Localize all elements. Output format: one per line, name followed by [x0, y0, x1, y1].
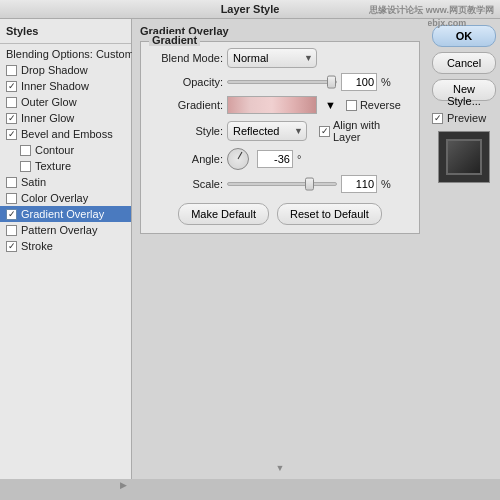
content-area: Gradient Overlay Gradient Blend Mode: No… — [132, 19, 428, 479]
blend-mode-row: Blend Mode: Normal ▼ — [151, 48, 409, 68]
angle-label: Angle: — [151, 153, 223, 165]
inner-shadow-checkbox[interactable] — [6, 81, 17, 92]
angle-input[interactable] — [257, 150, 293, 168]
preview-label: Preview — [447, 112, 486, 124]
angle-row: Angle: ° — [151, 148, 409, 170]
style-value: Reflected — [233, 125, 279, 137]
opacity-row: Opacity: % — [151, 73, 409, 91]
pattern-overlay-label: Pattern Overlay — [21, 224, 97, 236]
contour-label: Contour — [35, 144, 74, 156]
angle-widget[interactable] — [227, 148, 249, 170]
align-label: Align with Layer — [333, 119, 409, 143]
sidebar-item-gradient-overlay[interactable]: Gradient Overlay — [0, 206, 131, 222]
texture-label: Texture — [35, 160, 71, 172]
scale-unit: % — [381, 178, 391, 190]
make-default-button[interactable]: Make Default — [178, 203, 269, 225]
bevel-emboss-label: Bevel and Emboss — [21, 128, 113, 140]
satin-label: Satin — [21, 176, 46, 188]
preview-checkbox[interactable] — [432, 113, 443, 124]
bevel-emboss-checkbox[interactable] — [6, 129, 17, 140]
contour-checkbox[interactable] — [20, 145, 31, 156]
sidebar-item-color-overlay[interactable]: Color Overlay — [0, 190, 131, 206]
sidebar-item-contour[interactable]: Contour — [0, 142, 131, 158]
scale-thumb[interactable] — [305, 178, 314, 191]
stroke-checkbox[interactable] — [6, 241, 17, 252]
right-panel: OK Cancel New Style... Preview — [428, 19, 500, 479]
resize-handle[interactable]: ▶ — [120, 480, 127, 490]
gradient-row: Gradient: ▼ Reverse — [151, 96, 409, 114]
preview-thumbnail — [438, 131, 490, 183]
blending-options-label: Blending Options: Custom — [6, 48, 134, 60]
inner-shadow-label: Inner Shadow — [21, 80, 89, 92]
align-checkbox[interactable] — [319, 126, 330, 137]
blend-mode-label: Blend Mode: — [151, 52, 223, 64]
arrow-icon: ▼ — [325, 99, 336, 111]
opacity-input[interactable] — [341, 73, 377, 91]
resize-indicator: ▼ — [276, 463, 285, 473]
angle-unit: ° — [297, 153, 301, 165]
style-row: Style: Reflected ▼ Align with Layer — [151, 119, 409, 143]
preview-area: Preview — [432, 112, 496, 183]
style-dropdown[interactable]: Reflected ▼ — [227, 121, 307, 141]
button-row: Make Default Reset to Default — [151, 203, 409, 225]
angle-indicator — [238, 152, 243, 159]
gradient-label: Gradient: — [151, 99, 223, 111]
sidebar-item-blending-options[interactable]: Blending Options: Custom — [0, 46, 131, 62]
scale-row: Scale: % — [151, 175, 409, 193]
window-title: Layer Style — [221, 3, 280, 15]
texture-checkbox[interactable] — [20, 161, 31, 172]
blend-mode-value: Normal — [233, 52, 268, 64]
scale-input[interactable] — [341, 175, 377, 193]
opacity-thumb[interactable] — [327, 76, 336, 89]
reverse-label: Reverse — [360, 99, 401, 111]
align-checkbox-label[interactable]: Align with Layer — [319, 119, 409, 143]
cancel-button[interactable]: Cancel — [432, 52, 496, 74]
satin-checkbox[interactable] — [6, 177, 17, 188]
sidebar: Styles Blending Options: Custom Drop Sha… — [0, 19, 132, 479]
sidebar-item-satin[interactable]: Satin — [0, 174, 131, 190]
reverse-checkbox[interactable] — [346, 100, 357, 111]
gradient-overlay-checkbox[interactable] — [6, 209, 17, 220]
color-overlay-checkbox[interactable] — [6, 193, 17, 204]
drop-shadow-label: Drop Shadow — [21, 64, 88, 76]
scale-slider[interactable] — [227, 182, 337, 186]
outer-glow-checkbox[interactable] — [6, 97, 17, 108]
opacity-unit: % — [381, 76, 391, 88]
sidebar-item-texture[interactable]: Texture — [0, 158, 131, 174]
preview-checkbox-label[interactable]: Preview — [432, 112, 496, 124]
inner-glow-checkbox[interactable] — [6, 113, 17, 124]
blend-mode-arrow: ▼ — [304, 53, 313, 63]
pattern-overlay-checkbox[interactable] — [6, 225, 17, 236]
drop-shadow-checkbox[interactable] — [6, 65, 17, 76]
sidebar-item-pattern-overlay[interactable]: Pattern Overlay — [0, 222, 131, 238]
sidebar-item-inner-glow[interactable]: Inner Glow — [0, 110, 131, 126]
scale-label: Scale: — [151, 178, 223, 190]
style-arrow: ▼ — [294, 126, 303, 136]
sidebar-item-stroke[interactable]: Stroke — [0, 238, 131, 254]
reset-default-button[interactable]: Reset to Default — [277, 203, 382, 225]
sidebar-item-inner-shadow[interactable]: Inner Shadow — [0, 78, 131, 94]
gradient-group: Gradient Blend Mode: Normal ▼ Opacity: % — [140, 41, 420, 234]
blend-mode-dropdown[interactable]: Normal ▼ — [227, 48, 317, 68]
gradient-overlay-label: Gradient Overlay — [21, 208, 104, 220]
opacity-label: Opacity: — [151, 76, 223, 88]
sidebar-item-bevel-emboss[interactable]: Bevel and Emboss — [0, 126, 131, 142]
sidebar-title: Styles — [0, 23, 131, 41]
opacity-slider[interactable] — [227, 80, 337, 84]
sidebar-item-drop-shadow[interactable]: Drop Shadow — [0, 62, 131, 78]
gradient-preview[interactable] — [227, 96, 317, 114]
inner-glow-label: Inner Glow — [21, 112, 74, 124]
color-overlay-label: Color Overlay — [21, 192, 88, 204]
sidebar-item-outer-glow[interactable]: Outer Glow — [0, 94, 131, 110]
outer-glow-label: Outer Glow — [21, 96, 77, 108]
reverse-checkbox-label[interactable]: Reverse — [346, 99, 401, 111]
new-style-button[interactable]: New Style... — [432, 79, 496, 101]
stroke-label: Stroke — [21, 240, 53, 252]
style-label: Style: — [151, 125, 223, 137]
group-box-title: Gradient — [149, 34, 200, 46]
preview-inner — [446, 139, 482, 175]
